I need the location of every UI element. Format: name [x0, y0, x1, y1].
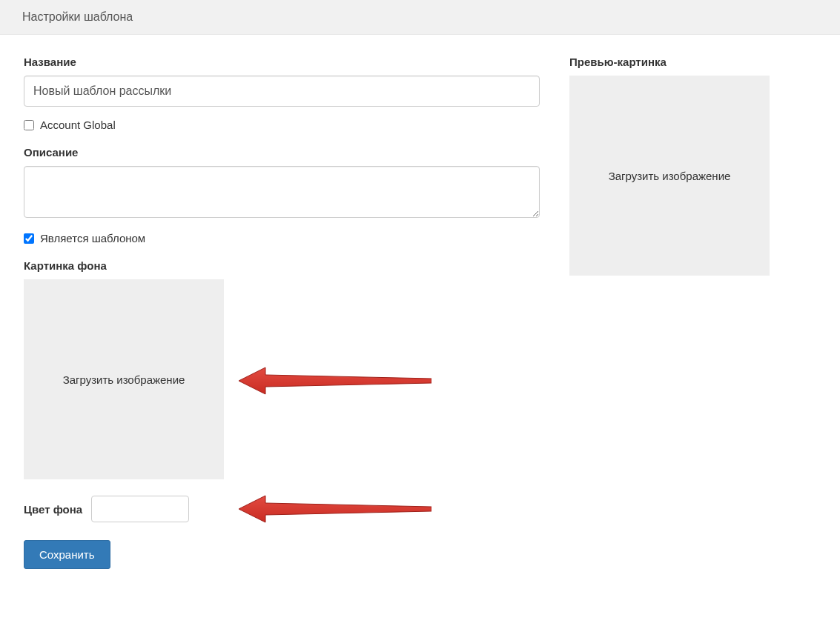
- is-template-row: Является шаблоном: [24, 232, 540, 244]
- description-textarea[interactable]: [24, 166, 540, 218]
- save-button-label: Сохранить: [39, 548, 95, 561]
- account-global-checkbox[interactable]: [24, 120, 34, 130]
- content-area: Название Account Global Описание Являетс…: [0, 35, 840, 593]
- form-right-column: Превью-картинка Загрузить изображение: [569, 56, 816, 276]
- name-input[interactable]: [24, 76, 540, 107]
- upload-text: Загрузить изображение: [63, 373, 185, 386]
- account-global-row: Account Global: [24, 119, 540, 131]
- page-header: Настройки шаблона: [0, 0, 840, 35]
- is-template-label: Является шаблоном: [40, 232, 145, 244]
- form-left-column: Название Account Global Описание Являетс…: [24, 56, 540, 569]
- page-title: Настройки шаблона: [22, 10, 133, 23]
- preview-upload-text: Загрузить изображение: [609, 170, 731, 182]
- svg-marker-0: [239, 367, 431, 394]
- preview-image-upload[interactable]: Загрузить изображение: [569, 76, 770, 276]
- bg-image-label: Картинка фона: [24, 259, 540, 272]
- bg-color-input[interactable]: [91, 496, 189, 522]
- description-label: Описание: [24, 146, 540, 159]
- bg-color-label: Цвет фона: [24, 503, 82, 516]
- bg-image-upload[interactable]: Загрузить изображение: [24, 279, 224, 479]
- bg-color-row: Цвет фона: [24, 496, 540, 522]
- save-button[interactable]: Сохранить: [24, 540, 110, 569]
- name-label: Название: [24, 56, 540, 68]
- account-global-label: Account Global: [40, 119, 116, 131]
- is-template-checkbox[interactable]: [24, 233, 34, 244]
- preview-label: Превью-картинка: [569, 56, 816, 68]
